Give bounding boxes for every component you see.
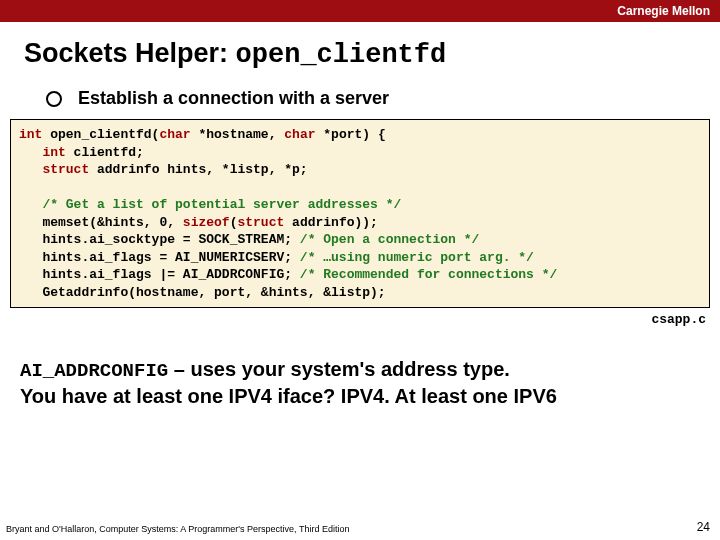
code-line xyxy=(19,179,701,197)
brand-label: Carnegie Mellon xyxy=(617,4,710,18)
code-line: struct addrinfo hints, *listp, *p; xyxy=(19,161,701,179)
slide-title: Sockets Helper: open_clientfd xyxy=(24,38,720,70)
code-block: int open_clientfd(char *hostname, char *… xyxy=(10,119,710,308)
title-code: open_clientfd xyxy=(236,40,447,70)
code-line: hints.ai_socktype = SOCK_STREAM; /* Open… xyxy=(19,231,701,249)
note-line2: You have at least one IPV4 iface? IPV4. … xyxy=(20,385,557,407)
code-line: int clientfd; xyxy=(19,144,701,162)
bullet-row: Establish a connection with a server xyxy=(46,88,720,109)
source-file-label: csapp.c xyxy=(0,312,706,327)
title-plain: Sockets Helper: xyxy=(24,38,236,68)
note-block: AI_ADDRCONFIG – uses your system's addre… xyxy=(20,357,720,409)
note-code: AI_ADDRCONFIG xyxy=(20,360,168,382)
bullet-icon xyxy=(46,91,62,107)
code-line: memset(&hints, 0, sizeof(struct addrinfo… xyxy=(19,214,701,232)
footer-credit: Bryant and O'Hallaron, Computer Systems:… xyxy=(6,524,349,534)
code-line: hints.ai_flags = AI_NUMERICSERV; /* …usi… xyxy=(19,249,701,267)
code-line: hints.ai_flags |= AI_ADDRCONFIG; /* Reco… xyxy=(19,266,701,284)
code-line: Getaddrinfo(hostname, port, &hints, &lis… xyxy=(19,284,701,302)
top-brand-bar: Carnegie Mellon xyxy=(0,0,720,22)
page-number: 24 xyxy=(697,520,710,534)
note-line1: uses your system's address type. xyxy=(190,358,509,380)
code-line: int open_clientfd(char *hostname, char *… xyxy=(19,126,701,144)
bullet-text: Establish a connection with a server xyxy=(78,88,389,109)
code-line: /* Get a list of potential server addres… xyxy=(19,196,701,214)
note-dash: – xyxy=(168,358,190,380)
